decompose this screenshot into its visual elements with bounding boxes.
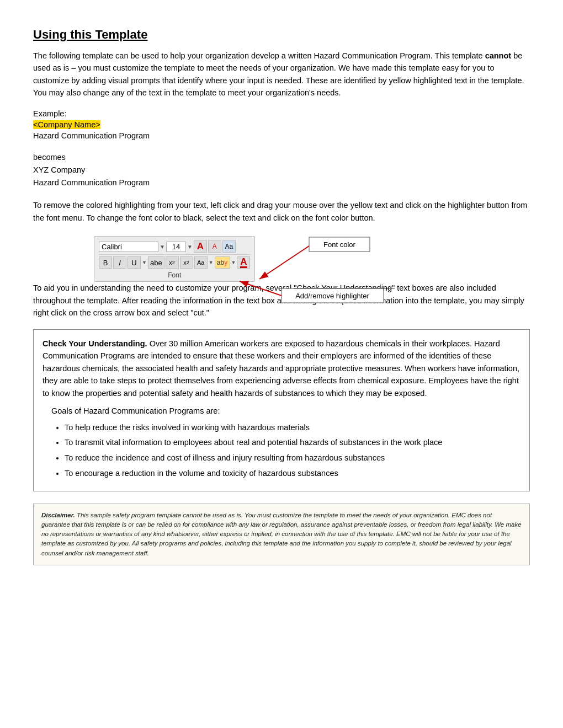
check-understanding-strikethrough: "Check Your Understanding" <box>294 283 395 292</box>
font-name-display: Calibri <box>99 242 158 252</box>
change-case-dropdown[interactable]: ▼ <box>209 260 214 265</box>
toolbar-section: Calibri ▼ 14 ▼ A A Aa B I U ▼ abe x2 x2 … <box>94 236 469 282</box>
disclaimer-text: This sample safety program template cann… <box>41 512 522 556</box>
page-title: Using this Template <box>33 28 530 42</box>
cannot-bold: cannot <box>485 51 512 60</box>
list-item: To transmit vital information to employe… <box>65 437 520 449</box>
change-case-button[interactable]: Aa <box>194 256 208 269</box>
font-toolbar: Calibri ▼ 14 ▼ A A Aa B I U ▼ abe x2 x2 … <box>94 236 255 282</box>
becomes-hazard-comm: Hazard Communication Program <box>33 176 530 189</box>
disclaimer-title: Disclaimer. <box>41 512 75 518</box>
disclaimer-box: Disclaimer. This sample safety program t… <box>33 504 530 565</box>
list-item: To encourage a reduction in the volume a… <box>65 468 520 480</box>
strikethrough-button[interactable]: abe <box>148 256 164 269</box>
check-box-title: Check Your Understanding. <box>43 339 147 348</box>
italic-button[interactable]: I <box>113 256 126 269</box>
size-dropdown-arrow: ▼ <box>187 244 193 250</box>
font-label: Font <box>99 270 250 281</box>
font-dropdown-arrow: ▼ <box>160 244 165 250</box>
increase-font-button[interactable]: A <box>194 240 207 253</box>
aid-paragraph: To aid you in understanding the need to … <box>33 282 530 319</box>
check-your-understanding-box: Check Your Understanding. Over 30 millio… <box>33 329 530 491</box>
list-item: To reduce the incidence and cost of illn… <box>65 452 520 464</box>
company-name-text: <Company Name> <box>33 120 100 129</box>
format-clear-button[interactable]: Aa <box>222 240 236 253</box>
intro-paragraph: The following template can be used to he… <box>33 50 530 99</box>
underline-dropdown[interactable]: ▼ <box>142 260 147 265</box>
aid-text-before: To aid you in understanding the need to … <box>33 283 294 292</box>
example-hazard-comm: Hazard Communication Program <box>33 131 530 140</box>
superscript-button[interactable]: x2 <box>180 256 193 269</box>
xyz-company: XYZ Company <box>33 164 530 176</box>
toolbar-callouts-inner: Calibri ▼ 14 ▼ A A Aa B I U ▼ abe x2 x2 … <box>94 236 469 282</box>
highlight-button[interactable]: aby <box>215 256 230 269</box>
svg-text:Font color: Font color <box>323 240 355 249</box>
example-label: Example: <box>33 109 530 118</box>
goals-label: Goals of Hazard Communication Programs a… <box>51 405 520 417</box>
check-box-intro: Check Your Understanding. Over 30 millio… <box>43 338 520 399</box>
font-color-button[interactable]: A <box>237 256 250 269</box>
becomes-label: becomes <box>33 151 530 164</box>
svg-rect-1 <box>309 237 370 251</box>
bold-button[interactable]: B <box>99 256 112 269</box>
svg-line-3 <box>259 246 309 279</box>
company-name-highlight: <Company Name> <box>33 120 530 129</box>
highlight-dropdown[interactable]: ▼ <box>231 260 236 265</box>
toolbar-row-1: Calibri ▼ 14 ▼ A A Aa <box>99 239 250 254</box>
list-item: To help reduce the risks involved in wor… <box>65 422 520 434</box>
decrease-font-button[interactable]: A <box>208 240 221 253</box>
intro-text-before-bold: The following template can be used to he… <box>33 51 485 60</box>
subscript-button[interactable]: x2 <box>166 256 179 269</box>
underline-button[interactable]: U <box>128 256 141 269</box>
font-color-A: A <box>240 257 247 268</box>
font-size-display: 14 <box>166 242 186 252</box>
becomes-section: becomes XYZ Company Hazard Communication… <box>33 151 530 190</box>
removing-paragraph: To remove the colored highlighting from … <box>33 199 530 224</box>
toolbar-row-2: B I U ▼ abe x2 x2 Aa ▼ aby ▼ A <box>99 254 250 270</box>
goals-list: To help reduce the risks involved in wor… <box>65 422 520 480</box>
